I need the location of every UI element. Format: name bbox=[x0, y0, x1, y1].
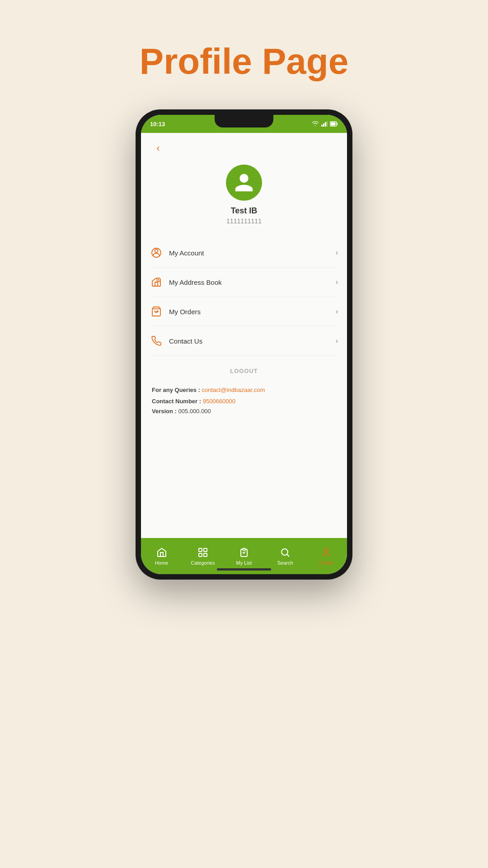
chevron-right-icon: › bbox=[336, 278, 338, 286]
page-title: Profile Page bbox=[140, 41, 348, 82]
screen-content: ‹ Test IB 1111111111 bbox=[141, 133, 347, 574]
home-nav-label: Home bbox=[155, 560, 168, 566]
back-button[interactable]: ‹ bbox=[150, 140, 166, 156]
profile-nav-icon bbox=[320, 547, 332, 558]
svg-line-19 bbox=[287, 555, 290, 557]
phone-screen: 10:13 ‹ bbox=[141, 115, 347, 574]
chevron-right-icon: › bbox=[336, 249, 338, 257]
my-account-label: My Account bbox=[169, 249, 204, 257]
svg-rect-13 bbox=[199, 548, 202, 552]
queries-email[interactable]: contact@indbazaar.com bbox=[202, 387, 265, 393]
menu-item-my-account[interactable]: My Account › bbox=[150, 238, 338, 268]
svg-rect-3 bbox=[327, 121, 328, 127]
menu-item-left: Contact Us bbox=[150, 335, 202, 347]
avatar bbox=[226, 165, 262, 201]
nav-item-profile[interactable]: Profile bbox=[306, 547, 347, 566]
svg-rect-1 bbox=[323, 123, 324, 127]
version-row: Version : 005.000.000 bbox=[152, 408, 336, 415]
svg-rect-5 bbox=[337, 123, 338, 125]
menu-item-left: My Address Book bbox=[150, 276, 222, 288]
my-orders-label: My Orders bbox=[169, 308, 201, 316]
my-address-book-label: My Address Book bbox=[169, 278, 222, 286]
home-nav-icon bbox=[156, 547, 168, 558]
status-time: 10:13 bbox=[150, 121, 165, 127]
contact-row: Contact Number : 9500660000 bbox=[152, 397, 336, 406]
svg-rect-17 bbox=[243, 548, 245, 550]
menu-item-left: My Orders bbox=[150, 305, 201, 318]
notch bbox=[215, 115, 273, 127]
svg-point-7 bbox=[155, 250, 158, 253]
back-chevron-icon: ‹ bbox=[156, 142, 160, 154]
phone-shell: 10:13 ‹ bbox=[136, 109, 352, 580]
contact-label: Contact Number : bbox=[152, 398, 203, 405]
search-nav-label: Search bbox=[277, 560, 293, 566]
menu-item-my-address-book[interactable]: My Address Book › bbox=[150, 268, 338, 297]
contact-number[interactable]: 9500660000 bbox=[203, 398, 235, 405]
home-indicator bbox=[217, 568, 271, 571]
top-bar: ‹ bbox=[141, 133, 347, 160]
user-circle-icon bbox=[150, 246, 163, 259]
logout-button[interactable]: LOGOUT bbox=[230, 368, 258, 374]
svg-point-20 bbox=[324, 548, 328, 552]
menu-list: My Account › bbox=[141, 238, 347, 356]
profile-name: Test IB bbox=[231, 206, 258, 216]
profile-nav-label: Profile bbox=[319, 560, 333, 566]
my-list-nav-label: My List bbox=[236, 560, 252, 566]
nav-item-home[interactable]: Home bbox=[141, 547, 182, 566]
version-label: Version : bbox=[152, 408, 178, 415]
chevron-right-icon: › bbox=[336, 337, 338, 345]
svg-rect-15 bbox=[199, 553, 202, 557]
queries-row: For any Queries : contact@indbazaar.com bbox=[152, 386, 336, 395]
nav-item-categories[interactable]: Categories bbox=[182, 547, 223, 566]
menu-item-left: My Account bbox=[150, 246, 204, 259]
svg-rect-14 bbox=[204, 548, 207, 552]
queries-label: For any Queries : bbox=[152, 387, 202, 393]
my-list-nav-icon bbox=[238, 547, 250, 558]
svg-rect-2 bbox=[325, 122, 326, 127]
menu-item-contact-us[interactable]: Contact Us › bbox=[150, 326, 338, 356]
chevron-right-icon: › bbox=[336, 307, 338, 316]
bag-check-icon bbox=[150, 305, 163, 318]
svg-point-18 bbox=[282, 549, 288, 555]
footer-info: For any Queries : contact@indbazaar.com … bbox=[141, 382, 347, 418]
status-icons bbox=[312, 121, 338, 127]
nav-item-my-list[interactable]: My List bbox=[223, 547, 264, 566]
svg-rect-0 bbox=[321, 125, 323, 127]
search-nav-icon bbox=[279, 547, 291, 558]
categories-nav-label: Categories bbox=[191, 560, 215, 566]
home-plus-icon bbox=[150, 276, 163, 288]
menu-item-my-orders[interactable]: My Orders › bbox=[150, 297, 338, 326]
contact-us-label: Contact Us bbox=[169, 337, 202, 345]
categories-nav-icon bbox=[197, 547, 209, 558]
svg-rect-16 bbox=[204, 553, 207, 557]
profile-phone: 1111111111 bbox=[226, 217, 262, 225]
logout-section: LOGOUT bbox=[141, 356, 347, 382]
svg-rect-6 bbox=[331, 123, 336, 126]
phone-icon bbox=[150, 335, 163, 347]
nav-item-search[interactable]: Search bbox=[265, 547, 306, 566]
version-value: 005.000.000 bbox=[178, 408, 211, 415]
profile-section: Test IB 1111111111 bbox=[141, 160, 347, 238]
